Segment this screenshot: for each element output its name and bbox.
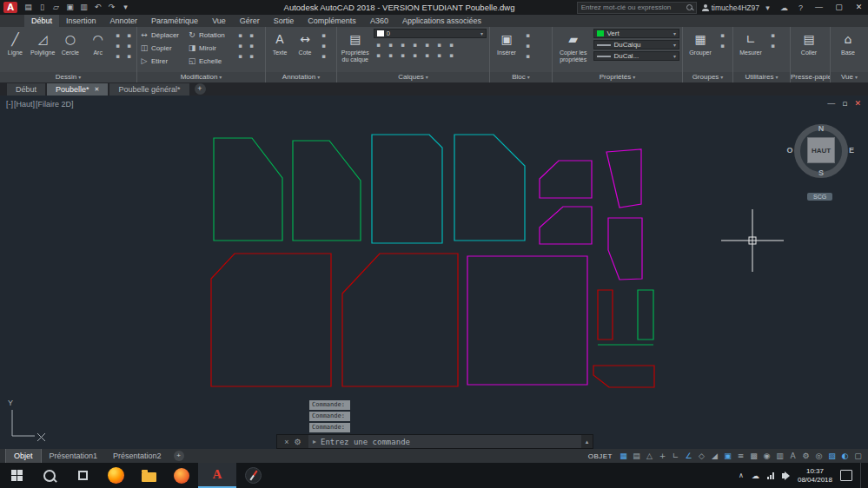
layer-tool-icon[interactable]: ▪	[398, 51, 408, 60]
modify-extra-icon[interactable]: ▪	[235, 42, 245, 50]
panel-label-modification[interactable]: Modification▾	[137, 72, 265, 82]
layer-tool-icon[interactable]: ▪	[374, 51, 384, 60]
linetype-dropdown[interactable]: DuCal... ▾	[593, 51, 679, 61]
shape-magenta-square[interactable]	[467, 256, 587, 385]
save-file-icon[interactable]: ▣	[63, 0, 76, 15]
panel-label-proprietes[interactable]: Propriétés▾	[553, 72, 682, 82]
tool-ligne[interactable]: ╱ Ligne	[3, 29, 28, 56]
file-tab-poubelle[interactable]: Poubelle*✕	[47, 83, 108, 96]
drawing-minimize-button[interactable]: —	[827, 99, 835, 108]
action-center-icon[interactable]	[840, 470, 852, 481]
dynamic-ucs-icon[interactable]: ▥	[773, 449, 786, 463]
command-input[interactable]: ▸ Entrez une commande	[308, 435, 581, 448]
workspace-icon[interactable]: ▤	[22, 0, 35, 15]
layer-tool-icon[interactable]: ▪	[410, 51, 421, 60]
ribbon-tab-vue[interactable]: Vue	[205, 15, 233, 27]
grid-display-icon[interactable]: ▦	[617, 449, 630, 463]
ribbon-tab-insertion[interactable]: Insertion	[59, 15, 103, 27]
draw-extra-icon[interactable]: ▪	[113, 42, 123, 50]
a360-cloud-icon[interactable]: ☁	[779, 3, 790, 12]
open-file-icon[interactable]: ▱	[50, 0, 63, 15]
panel-label-vue[interactable]: Vue▾	[831, 72, 868, 82]
tool-cercle[interactable]: ○ Cercle	[58, 29, 83, 56]
tray-expand-icon[interactable]: ∧	[739, 472, 744, 479]
drawing-canvas[interactable]: Y	[0, 96, 868, 449]
layer-tool-icon[interactable]: ▪	[410, 41, 421, 49]
layer-tool-icon[interactable]: ▪	[374, 41, 384, 49]
draw-extra-icon[interactable]: ▪	[113, 31, 123, 40]
task-view-button[interactable]	[66, 463, 99, 488]
panel-label-presse-papiers[interactable]: Presse-papiers	[791, 72, 830, 82]
annotation-visibility-icon[interactable]: A	[786, 449, 799, 463]
autocad-logo-icon[interactable]: A	[3, 2, 17, 13]
dynamic-input-icon[interactable]: +	[656, 449, 669, 463]
taskbar-compass-app[interactable]	[236, 463, 269, 488]
clean-screen-icon[interactable]: ▢	[851, 449, 865, 463]
panel-label-dessin[interactable]: Dessin▾	[0, 72, 136, 82]
object-snap-tracking-icon[interactable]: ◢	[708, 449, 721, 463]
maximize-button[interactable]: ▢	[832, 0, 846, 15]
viewport-visual-style-control[interactable]: [Filaire 2D]	[36, 100, 74, 109]
panel-label-utilitaires[interactable]: Utilitaires▾	[733, 72, 790, 82]
viewcube-north[interactable]: N	[816, 124, 826, 133]
isolate-objects-icon[interactable]: ◐	[838, 449, 851, 463]
file-tab-poubelle-g-n-ral[interactable]: Poubelle général*	[109, 83, 189, 96]
tool-deplacer[interactable]: ↔Déplacer	[140, 29, 185, 41]
tool-rotation[interactable]: ↻Rotation	[188, 29, 233, 41]
panel-label-calques[interactable]: Calques▾	[337, 72, 489, 82]
tool-etirer[interactable]: ▷Etirer	[140, 55, 185, 67]
viewcube-west[interactable]: O	[785, 146, 795, 155]
object-snap-icon[interactable]: ▣	[721, 449, 734, 463]
ribbon-tab-a360[interactable]: A360	[363, 15, 395, 27]
layer-tool-icon[interactable]: ▪	[386, 41, 396, 49]
ribbon-tab-sortie[interactable]: Sortie	[267, 15, 301, 27]
command-customize-icon[interactable]: ⚙	[295, 438, 301, 446]
draw-extra-icon[interactable]: ▪	[113, 52, 123, 61]
tool-texte[interactable]: A Texte	[268, 29, 291, 56]
layer-tool-icon[interactable]: ▪	[386, 51, 396, 60]
utility-extra-icon[interactable]: ▪	[768, 31, 778, 40]
layer-dropdown[interactable]: 0 ▾	[374, 29, 487, 38]
tool-copier-proprietes[interactable]: ▰ Copier les propriétés	[555, 29, 591, 63]
annotation-extra-icon[interactable]: ▪	[319, 42, 328, 50]
shape-magenta-wedge-upper[interactable]	[540, 161, 592, 198]
ortho-mode-icon[interactable]: ∟	[669, 449, 682, 463]
ribbon-tab-compl-ments[interactable]: Compléments	[301, 15, 363, 27]
layer-tool-icon[interactable]: ▪	[434, 51, 445, 60]
taskbar-browser[interactable]	[165, 463, 198, 488]
tool-polyligne[interactable]: ◿ Polyligne	[30, 29, 56, 56]
start-button[interactable]	[0, 463, 33, 488]
taskbar-clock[interactable]: 10:37 08/04/2018	[798, 467, 832, 485]
ribbon-tab-annoter[interactable]: Annoter	[103, 15, 145, 27]
panel-label-groupes[interactable]: Groupes▾	[683, 72, 732, 82]
tool-proprietes-calque[interactable]: ▤ Propriétés du calque	[340, 29, 371, 63]
search-icon[interactable]	[686, 4, 692, 10]
color-dropdown[interactable]: Vert ▾	[593, 29, 679, 38]
tool-base[interactable]: ⌂ Base	[833, 29, 863, 56]
block-extra-icon[interactable]: ▪	[523, 52, 533, 61]
quick-properties-icon[interactable]: ▨	[825, 449, 838, 463]
volume-icon[interactable]	[782, 473, 785, 478]
new-tab-button[interactable]: +	[195, 83, 206, 95]
panel-label-annotation[interactable]: Annotation▾	[266, 72, 336, 82]
workspace-switching-icon[interactable]: ⚙	[799, 449, 812, 463]
shape-red-body-middle[interactable]	[342, 254, 458, 386]
taskbar-file-explorer[interactable]	[132, 463, 165, 488]
viewcube-east[interactable]: E	[846, 146, 857, 155]
block-extra-icon[interactable]: ▪	[523, 42, 533, 50]
modify-extra-icon[interactable]: ▪	[235, 31, 245, 40]
qat-dropdown-icon[interactable]: ▾	[119, 0, 132, 15]
minimize-button[interactable]: —	[812, 0, 826, 15]
tool-mesurer[interactable]: ∟ Mesurer	[736, 29, 765, 56]
ribbon-tab-g-rer[interactable]: Gérer	[233, 15, 267, 27]
annotation-extra-icon[interactable]: ▪	[319, 52, 328, 61]
polar-tracking-icon[interactable]: ∠	[682, 449, 695, 463]
layer-tool-icon[interactable]: ▪	[447, 41, 457, 49]
layout-tab-pr-sentation1[interactable]: Présentation1	[42, 449, 106, 463]
layer-tool-icon[interactable]: ▪	[434, 41, 445, 49]
isometric-drafting-icon[interactable]: ◇	[695, 449, 708, 463]
tool-copier[interactable]: ◫Copier	[140, 42, 185, 54]
shape-cyan-panel-left[interactable]	[372, 135, 442, 243]
shape-cyan-panel-right[interactable]	[454, 135, 525, 241]
file-tab-d-but[interactable]: Début	[7, 83, 45, 96]
